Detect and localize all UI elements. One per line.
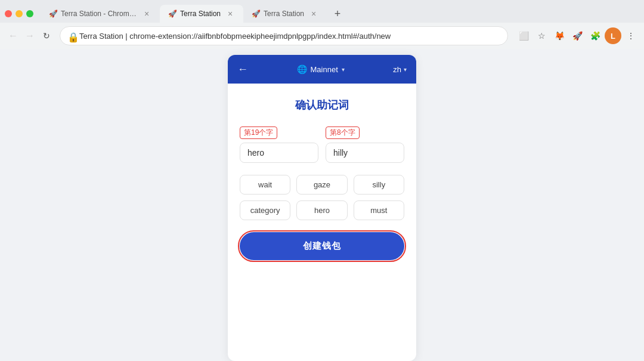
network-icon: 🌐 — [297, 64, 307, 74]
choice-must[interactable]: must — [354, 200, 404, 220]
tab-title-1: Terra Station - Chrome 网上应... — [61, 9, 138, 19]
word-inputs: 第19个字 第8个字 — [240, 126, 404, 163]
network-selector[interactable]: 🌐 Mainnet ▾ — [297, 64, 345, 74]
word-label-1: 第19个字 — [240, 126, 277, 139]
app-body: 确认助记词 第19个字 第8个字 wait gaze silly — [228, 84, 416, 278]
browser-window: 🚀 Terra Station - Chrome 网上应... × 🚀 Terr… — [0, 0, 644, 49]
browser-toolbar: ← → ↻ 🔒 Terra Station | chrome-extension… — [0, 23, 644, 49]
tab-close-2[interactable]: × — [225, 9, 235, 18]
word-field-1: 第19个字 — [240, 126, 318, 163]
page-title: 确认助记词 — [240, 98, 404, 112]
tab-favicon-1: 🚀 — [49, 10, 57, 18]
choice-row-2: category hero must — [240, 200, 404, 220]
back-button[interactable]: ← — [5, 27, 21, 44]
tab-close-1[interactable]: × — [142, 9, 151, 18]
address-text: Terra Station | chrome-extension://aiifb… — [79, 32, 500, 41]
address-favicon: 🔒 — [67, 32, 76, 40]
word-choices: wait gaze silly category hero must — [240, 175, 404, 220]
new-tab-button[interactable]: + — [329, 5, 346, 22]
tab-close-3[interactable]: × — [309, 9, 318, 18]
create-wallet-button[interactable]: 创建钱包 — [240, 232, 404, 260]
choice-silly[interactable]: silly — [354, 175, 404, 195]
word-label-2: 第8个字 — [326, 126, 360, 139]
tab-title-3: Terra Station — [264, 10, 305, 18]
extension-terra-button[interactable]: 🚀 — [569, 27, 586, 44]
network-label: Mainnet — [311, 65, 338, 74]
choice-wait[interactable]: wait — [240, 175, 290, 195]
choice-row-1: wait gaze silly — [240, 175, 404, 195]
tab-favicon-2: 🚀 — [168, 10, 177, 18]
app-back-button[interactable]: ← — [237, 63, 248, 76]
menu-button[interactable]: ⋮ — [623, 27, 639, 44]
page-content: ← 🌐 Mainnet ▾ zh ▾ 确认助记词 第19个字 第8个字 — [0, 49, 644, 361]
extension-fox-button[interactable]: 🦊 — [551, 27, 568, 44]
tab-title-2: Terra Station — [180, 10, 222, 18]
choice-category[interactable]: category — [240, 200, 290, 220]
word-input-2[interactable] — [326, 143, 404, 163]
choice-hero[interactable]: hero — [296, 200, 347, 220]
browser-tab-1[interactable]: 🚀 Terra Station - Chrome 网上应... × — [41, 5, 160, 23]
tab-favicon-3: 🚀 — [252, 10, 260, 18]
screenshot-button[interactable]: ⬜ — [515, 27, 532, 44]
bookmark-button[interactable]: ☆ — [533, 27, 550, 44]
browser-actions: ⬜ ☆ 🦊 🚀 🧩 L ⋮ — [515, 27, 639, 44]
network-dropdown-icon: ▾ — [342, 66, 345, 73]
traffic-lights — [5, 10, 33, 17]
browser-tab-2[interactable]: 🚀 Terra Station × — [160, 5, 243, 23]
word-input-1[interactable] — [240, 143, 318, 163]
browser-tab-3[interactable]: 🚀 Terra Station × — [243, 5, 327, 23]
lang-dropdown-icon: ▾ — [404, 66, 407, 73]
lang-label: zh — [393, 65, 401, 74]
profile-button[interactable]: L — [605, 27, 621, 44]
traffic-light-yellow[interactable] — [16, 10, 23, 17]
choice-gaze[interactable]: gaze — [296, 175, 347, 195]
traffic-light-red[interactable] — [5, 10, 12, 17]
address-bar[interactable]: 🔒 Terra Station | chrome-extension://aii… — [60, 26, 508, 45]
app-panel: ← 🌐 Mainnet ▾ zh ▾ 确认助记词 第19个字 第8个字 — [228, 55, 416, 361]
refresh-button[interactable]: ↻ — [38, 27, 55, 44]
lang-selector[interactable]: zh ▾ — [393, 65, 407, 74]
tab-bar: 🚀 Terra Station - Chrome 网上应... × 🚀 Terr… — [0, 0, 644, 23]
traffic-light-green[interactable] — [26, 10, 33, 17]
app-header: ← 🌐 Mainnet ▾ zh ▾ — [228, 55, 416, 84]
forward-button[interactable]: → — [21, 27, 38, 44]
word-field-2: 第8个字 — [326, 126, 404, 163]
extensions-button[interactable]: 🧩 — [587, 27, 603, 44]
